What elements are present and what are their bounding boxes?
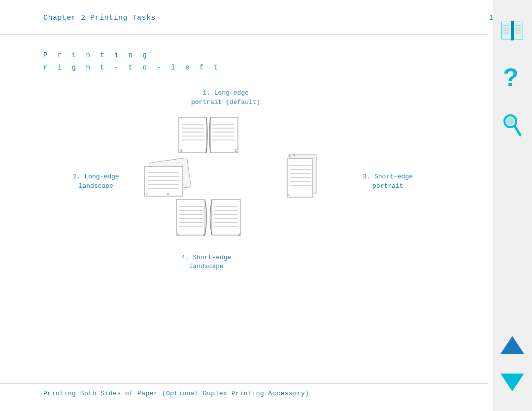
svg-text:5: 5	[180, 148, 183, 153]
sidebar: ?	[493, 0, 532, 411]
label-long-edge-portrait: 1. Long-edge portrait (default)	[191, 89, 260, 106]
svg-text:2: 2	[238, 233, 240, 237]
svg-rect-1	[210, 117, 238, 153]
label-short-edge-landscape: 4. Short-edge landscape	[181, 253, 231, 271]
section-title: P r i n t i n g r i g h t - t o - l e f …	[43, 49, 488, 74]
svg-point-67	[506, 117, 514, 125]
svg-rect-35	[176, 200, 205, 235]
book-icon[interactable]	[499, 20, 525, 44]
svg-text:5: 5	[288, 193, 290, 197]
svg-text:5: 5	[177, 233, 180, 237]
page-header: Chapter 2 Printing Tasks 122	[43, 14, 502, 22]
arrow-down-button[interactable]	[500, 374, 524, 391]
svg-text:4: 4	[203, 233, 205, 237]
chapter-title: Chapter 2 Printing Tasks	[43, 14, 156, 22]
search-icon[interactable]	[501, 113, 523, 140]
diagram-area: 1. Long-edge portrait (default)	[73, 89, 418, 276]
arrow-up-button[interactable]	[500, 336, 524, 354]
svg-text:2: 2	[288, 153, 291, 158]
svg-text:4: 4	[204, 148, 207, 153]
footer-divider	[0, 383, 488, 384]
section-title-line2: r i g h t - t o - l e f t	[43, 62, 488, 74]
svg-rect-25	[287, 159, 313, 197]
question-icon[interactable]: ?	[501, 64, 523, 94]
book-short-edge-portrait: 5 2 4	[285, 153, 329, 209]
section-title-line1: P r i n t i n g	[43, 49, 488, 62]
svg-text:2: 2	[234, 148, 237, 153]
bottom-link[interactable]: Printing Both Sides of Paper (Optional D…	[43, 390, 309, 397]
svg-rect-36	[212, 200, 240, 235]
svg-text:2: 2	[145, 192, 148, 196]
svg-text:?: ?	[503, 64, 519, 91]
svg-rect-54	[511, 21, 514, 40]
svg-line-68	[515, 126, 520, 135]
svg-text:4: 4	[166, 192, 169, 196]
main-content: P r i n t i n g r i g h t - t o - l e f …	[43, 49, 488, 276]
book-long-edge-portrait: 5 4 2	[176, 113, 240, 160]
svg-rect-16	[144, 167, 183, 196]
svg-text:4: 4	[293, 153, 295, 158]
book-short-edge-landscape: 5 4 2	[174, 195, 243, 246]
label-long-edge-landscape: 2. Long-edge landscape	[73, 172, 119, 190]
svg-rect-0	[179, 117, 206, 153]
label-short-edge-portrait: 3. Short-edge portrait	[363, 172, 413, 190]
header-divider	[0, 34, 488, 35]
